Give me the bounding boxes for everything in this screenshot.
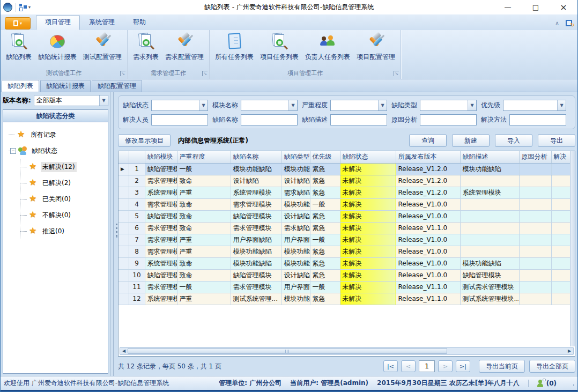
column-header[interactable]: 严重程度: [177, 151, 231, 163]
chevron-down-icon[interactable]: ▼: [199, 100, 208, 110]
ribbon-collapse-icon[interactable]: ∧: [555, 20, 559, 27]
resize-grip-icon[interactable]: [569, 381, 574, 386]
tree-item[interactable]: 缺陷状态: [9, 143, 107, 159]
filter-select[interactable]: ▼: [151, 100, 208, 111]
ribbon-command[interactable]: 缺陷统计报表: [35, 32, 80, 63]
tree-item[interactable]: 未解决(12): [20, 159, 107, 175]
ribbon-command[interactable]: 所有任务列表: [212, 32, 257, 63]
column-header[interactable]: 原因分析: [519, 151, 551, 163]
cell-description: 测试需求管理模块: [460, 281, 519, 293]
group-dialog-launcher-icon[interactable]: ↘: [120, 71, 125, 76]
chevron-down-icon[interactable]: ▼: [468, 100, 476, 110]
export-all-pages-button[interactable]: 导出全部页: [529, 360, 575, 373]
column-header[interactable]: 缺陷类型: [281, 151, 310, 163]
table-row[interactable]: 6 需求管理模块 致命 需求管理模块 需求缺陷 紧急 未解决 Release_V…: [118, 222, 570, 234]
scroll-right-icon[interactable]: ▶: [566, 349, 573, 353]
ribbon-command[interactable]: 缺陷列表: [3, 32, 35, 63]
column-header[interactable]: 解决: [551, 151, 570, 163]
filter-label: 缺陷类型: [391, 101, 417, 110]
first-page-button[interactable]: |<: [383, 360, 398, 372]
close-button[interactable]: ×: [550, 1, 577, 14]
filter-select[interactable]: ▼: [420, 100, 477, 111]
cell-cause-analysis: [519, 222, 551, 234]
column-header[interactable]: 缺陷名称: [231, 151, 281, 163]
column-header[interactable]: 缺陷状态: [340, 151, 396, 163]
chevron-down-icon[interactable]: ▼: [99, 95, 108, 106]
table-row[interactable]: 7 需求管理模块 严重 用户界面缺陷 用户界面缺陷 一般 未解决 Release…: [118, 234, 570, 246]
table-row[interactable]: 8 需求管理模块 严重 模块功能缺陷 模块功能缺陷 紧急 未解决 Release…: [118, 246, 570, 257]
filter-input[interactable]: [330, 114, 387, 125]
table-row[interactable]: 4 需求管理模块 致命 需求管理模块 模块功能缺陷 一般 未解决 Release…: [118, 198, 570, 210]
next-page-button[interactable]: >: [438, 360, 453, 372]
minimize-button[interactable]: —: [494, 1, 522, 14]
maximize-button[interactable]: □: [522, 1, 550, 14]
table-row[interactable]: 1 缺陷管理模块 一般 模块功能缺陷 模块功能缺陷 紧急 未解决 Release…: [118, 163, 570, 175]
column-header[interactable]: 缺陷描述: [460, 151, 519, 163]
filter-input[interactable]: [151, 114, 208, 125]
document-tab[interactable]: 缺陷列表 ×: [2, 80, 39, 92]
chevron-down-icon[interactable]: ▼: [378, 100, 387, 110]
ribbon-options-icon[interactable]: ↻: [565, 19, 574, 27]
ribbon-command[interactable]: 项目任务列表: [257, 32, 302, 63]
doc-search-icon: [9, 33, 28, 51]
prev-page-button[interactable]: <: [401, 360, 416, 372]
tree-item[interactable]: 不解决(0): [20, 207, 107, 223]
modify-columns-button[interactable]: 修改显示项目: [118, 134, 171, 147]
action-button[interactable]: 导出: [538, 134, 575, 147]
filter-input[interactable]: [241, 114, 298, 125]
chevron-down-icon[interactable]: ▼: [288, 100, 297, 110]
ribbon-command[interactable]: 需求列表: [130, 32, 162, 63]
table-row[interactable]: 5 缺陷管理模块 致命 缺陷管理模块 设计缺陷 紧急 未解决 Release_V…: [118, 210, 570, 222]
vertical-scrollbar[interactable]: [570, 151, 575, 346]
ribbon-command[interactable]: 测试配置管理: [80, 32, 125, 63]
online-users-icon[interactable]: [537, 380, 544, 387]
ribbon-command[interactable]: 负责人任务列表: [302, 32, 353, 63]
last-page-button[interactable]: >|: [456, 360, 470, 372]
export-current-page-button[interactable]: 导出当前页: [479, 360, 525, 373]
filter-input[interactable]: [509, 114, 566, 125]
filter-input[interactable]: [420, 114, 477, 125]
cell-severity: 严重: [177, 246, 231, 257]
table-row[interactable]: 11 需求管理模块 一般 需求管理模块 用户界面缺陷 一般 未解决 Releas…: [118, 281, 570, 293]
column-header[interactable]: 所属发布版本: [396, 151, 460, 163]
tree-item[interactable]: 推迟(0): [20, 223, 107, 239]
version-select[interactable]: 全部版本 ▼: [34, 95, 108, 106]
action-button[interactable]: 导入: [495, 134, 532, 147]
column-header[interactable]: 缺陷模块: [145, 151, 177, 163]
scrollbar-thumb[interactable]: [128, 348, 447, 354]
ribbon-tab[interactable]: 系统管理: [80, 15, 124, 30]
column-header[interactable]: 优先级: [310, 151, 340, 163]
action-button[interactable]: 查询: [409, 134, 447, 147]
table-row[interactable]: 9 系统管理模块 致命 模块功能缺陷 模块功能缺陷 紧急 未解决 Release…: [118, 257, 570, 269]
table-row[interactable]: 3 系统管理模块 严重 系统管理模块 需求缺陷 紧急 未解决 Release_V…: [118, 187, 570, 198]
page-number-input[interactable]: [419, 360, 435, 372]
filter-select[interactable]: ▼: [330, 100, 387, 111]
ribbon-tab[interactable]: 帮助: [124, 15, 155, 30]
document-tab[interactable]: 缺陷配置管理: [92, 80, 142, 92]
defect-grid-region: /* header cols injected */ 缺陷模块严重程度缺陷名称缺…: [118, 151, 575, 357]
app-menu-button[interactable]: ▾: [5, 17, 31, 29]
sidebar-splitter[interactable]: [110, 92, 114, 376]
tree-item[interactable]: 已关闭(0): [20, 191, 107, 207]
scroll-left-icon[interactable]: ◀: [120, 349, 128, 353]
collapse-minus-icon[interactable]: [10, 148, 16, 154]
tools-icon: [93, 33, 112, 51]
filter-select[interactable]: ▼: [503, 100, 566, 111]
filter-label: 原因分析: [391, 115, 417, 124]
cell-cause-analysis: [519, 281, 551, 293]
ribbon-command[interactable]: 需求配置管理: [162, 32, 207, 63]
horizontal-scrollbar[interactable]: ◀ ▶: [120, 347, 574, 355]
table-row[interactable]: 12 系统管理模块 严重 测试系统管理... 模块功能缺陷 紧急 未解决 Rel…: [118, 293, 570, 305]
ribbon-command[interactable]: 项目配置管理: [353, 32, 398, 63]
group-dialog-launcher-icon[interactable]: ↘: [394, 71, 399, 76]
table-row[interactable]: 2 需求管理模块 致命 设计缺陷 设计缺陷 紧急 未解决 Release_V1.…: [118, 175, 570, 187]
group-dialog-launcher-icon[interactable]: ↘: [202, 71, 208, 76]
tree-item[interactable]: 已解决(2): [20, 175, 107, 191]
action-button[interactable]: 新建: [452, 134, 490, 147]
ribbon-tab[interactable]: 项目管理: [36, 15, 80, 30]
table-row[interactable]: 10 缺陷管理模块 致命 缺陷管理模块 设计缺陷 紧急 未解决 Release_…: [118, 269, 570, 281]
chevron-down-icon[interactable]: ▼: [557, 100, 566, 110]
document-tab[interactable]: 缺陷统计报表: [40, 80, 91, 92]
tree-item[interactable]: 所有记录: [9, 127, 107, 143]
filter-select[interactable]: ▼: [241, 100, 298, 111]
